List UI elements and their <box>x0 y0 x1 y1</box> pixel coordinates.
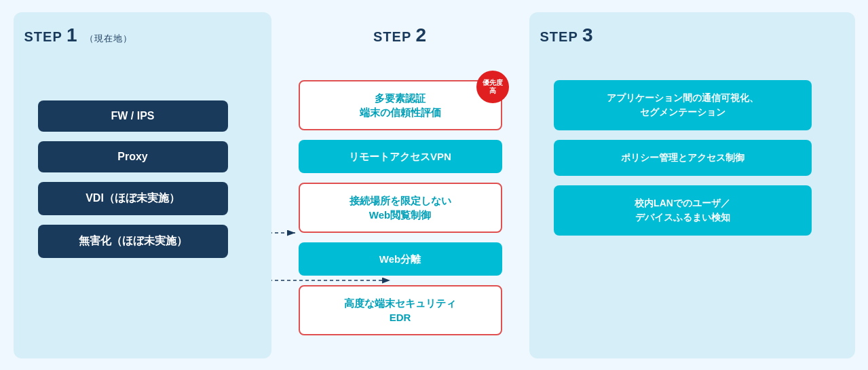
step3-label: STEP <box>540 29 578 44</box>
step1-header: STEP 1 （現在地） <box>24 24 133 46</box>
step3-num: 3 <box>582 24 594 45</box>
s1-box-vdi: VDI（ほぼ未実施） <box>38 182 228 215</box>
s3-box-lan: 校内LANでのユーザ／デバイスふるまい検知 <box>554 185 812 236</box>
priority-badge: 優先度 高 <box>476 71 509 103</box>
step2-header: STEP 2 <box>373 24 427 46</box>
step3-items: アプリケーション間の通信可視化、セグメンテーション ポリシー管理とアクセス制御 … <box>540 80 844 236</box>
step1-column: STEP 1 （現在地） FW / IPS Proxy VDI（ほぼ未実施） 無… <box>14 12 271 358</box>
s3-box-policy: ポリシー管理とアクセス制御 <box>554 140 812 176</box>
s1-box-fw-ips: FW / IPS <box>38 100 228 132</box>
s2-wrap-mfa: 多要素認証端末の信頼性評価 優先度 高 <box>299 80 502 130</box>
step1-label: STEP <box>24 29 62 44</box>
step1-sub: （現在地） <box>85 33 132 43</box>
s1-box-mukaika: 無害化（ほぼ未実施） <box>38 225 228 258</box>
s2-box-web-sep: Web分離 <box>299 242 502 276</box>
s2-box-web-ctrl: 接続場所を限定しないWeb閲覧制御 <box>299 183 502 233</box>
step2-items: 多要素認証端末の信頼性評価 優先度 高 リモートアクセスVPN 接続場所を限定し… <box>285 80 516 335</box>
s2-box-edr: 高度な端末セキュリティEDR <box>299 285 502 335</box>
diagram-container: STEP 1 （現在地） FW / IPS Proxy VDI（ほぼ未実施） 無… <box>14 12 855 358</box>
step1-num: 1 <box>67 24 78 45</box>
s1-box-proxy: Proxy <box>38 141 228 172</box>
priority-value: 高 <box>489 87 496 95</box>
s3-box-app-viz: アプリケーション間の通信可視化、セグメンテーション <box>554 80 812 130</box>
priority-label: 優先度 <box>483 79 503 87</box>
step2-column: STEP 2 多要素認証端末の信頼性評価 優先度 高 リモートアクセスVPN 接… <box>271 12 529 358</box>
step2-label: STEP <box>373 29 411 44</box>
step1-items: FW / IPS Proxy VDI（ほぼ未実施） 無害化（ほぼ未実施） <box>24 100 261 258</box>
step3-header: STEP 3 <box>540 24 594 46</box>
s2-box-mfa: 多要素認証端末の信頼性評価 <box>299 80 502 130</box>
step2-num: 2 <box>415 24 427 45</box>
step3-column: STEP 3 アプリケーション間の通信可視化、セグメンテーション ポリシー管理と… <box>529 12 855 358</box>
s2-box-vpn: リモートアクセスVPN <box>299 140 502 173</box>
